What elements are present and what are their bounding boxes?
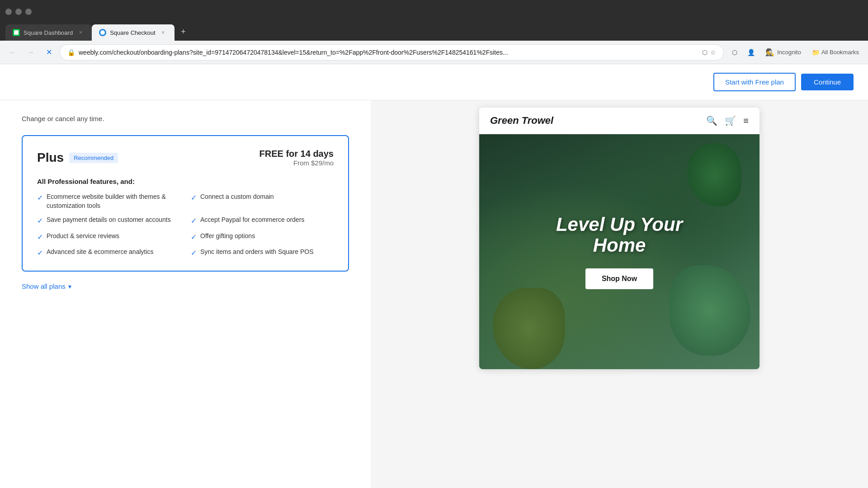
- start-free-plan-button[interactable]: Start with Free plan: [713, 73, 796, 91]
- hero-title-line1: Level Up Your: [556, 214, 683, 235]
- browser-chrome: Square Dashboard × Square Checkout × +: [0, 0, 868, 41]
- check-icon: ✓: [191, 248, 197, 258]
- features-grid: ✓Ecommerce website builder with themes &…: [37, 192, 334, 258]
- check-icon: ✓: [191, 216, 197, 226]
- tab-square-checkout[interactable]: Square Checkout ×: [92, 24, 174, 41]
- check-icon: ✓: [37, 248, 43, 258]
- plan-card-header: Plus Recommended FREE for 14 days From $…: [37, 149, 334, 167]
- plan-price-area: FREE for 14 days From $29/mo: [259, 149, 334, 167]
- navigation-bar: ← → ✕ 🔒 weebly.com/checkout/onboarding-p…: [0, 41, 868, 64]
- browser-actions: ⬡ 👤 🕵 Incognito 📁 All Bookmarks: [727, 45, 863, 60]
- svg-rect-0: [14, 30, 19, 35]
- bookmarks-label: All Bookmarks: [821, 49, 859, 56]
- feature-item: ✓Advanced site & ecommerce analytics: [37, 248, 180, 258]
- incognito-button[interactable]: 🕵 Incognito: [760, 46, 807, 58]
- hero-title: Level Up Your Home: [556, 214, 683, 256]
- feature-text: Save payment details on customer account…: [47, 216, 171, 225]
- page-content: Start with Free plan Continue Change or …: [0, 64, 868, 488]
- check-icon: ✓: [37, 232, 43, 242]
- incognito-icon: 🕵: [765, 48, 774, 56]
- search-icon[interactable]: 🔍: [706, 115, 717, 126]
- top-action-bar: Start with Free plan Continue: [0, 64, 868, 100]
- feature-text: Product & service reviews: [47, 232, 119, 241]
- tabs-bar: Square Dashboard × Square Checkout × +: [0, 20, 868, 41]
- url-text: weebly.com/checkout/onboarding-plans?sit…: [79, 49, 698, 56]
- profile-button[interactable]: 👤: [744, 45, 758, 60]
- square-favicon-icon: [13, 29, 20, 36]
- address-bar[interactable]: 🔒 weebly.com/checkout/onboarding-plans?s…: [60, 44, 724, 61]
- feature-text: Advanced site & ecommerce analytics: [47, 248, 154, 257]
- cast-icon[interactable]: ⬡: [702, 49, 708, 56]
- preview-brand-name: Green Trowel: [490, 115, 553, 127]
- show-all-plans-button[interactable]: Show all plans ▾: [22, 282, 349, 290]
- show-all-plans-label: Show all plans: [22, 282, 66, 290]
- tab-checkout-label: Square Checkout: [110, 29, 155, 36]
- svg-point-1: [100, 30, 105, 35]
- plan-card-plus: Plus Recommended FREE for 14 days From $…: [22, 135, 349, 272]
- feature-text: Sync items and orders with Square POS: [200, 248, 314, 257]
- hero-title-line2: Home: [593, 235, 646, 256]
- address-bar-actions: ⬡ ☆: [702, 49, 716, 56]
- bookmark-star-icon[interactable]: ☆: [710, 49, 716, 56]
- bookmarks-button[interactable]: 📁 All Bookmarks: [808, 47, 863, 58]
- feature-item: ✓Product & service reviews: [37, 232, 180, 242]
- free-trial-text: FREE for 14 days: [259, 149, 334, 159]
- weebly-favicon-icon: [99, 29, 106, 36]
- tab-dashboard-close[interactable]: ×: [76, 28, 85, 37]
- bookmarks-icon: 📁: [812, 49, 820, 56]
- window-controls: [5, 9, 32, 15]
- from-price-text: From $29/mo: [259, 159, 334, 167]
- tab-square-dashboard[interactable]: Square Dashboard ×: [5, 24, 92, 41]
- main-layout: Change or cancel any time. Plus Recommen…: [0, 100, 868, 488]
- tab-dashboard-label: Square Dashboard: [24, 29, 73, 36]
- left-panel: Change or cancel any time. Plus Recommen…: [0, 100, 371, 488]
- back-button[interactable]: ←: [5, 45, 20, 60]
- plan-features-subtitle: All Professional features, and:: [37, 178, 334, 185]
- forward-button[interactable]: →: [24, 45, 38, 60]
- browser-top-bar: [0, 0, 868, 20]
- incognito-label: Incognito: [777, 49, 801, 56]
- preview-nav-icons: 🔍 🛒 ≡: [706, 115, 749, 126]
- feature-item: ✓Ecommerce website builder with themes &…: [37, 192, 180, 210]
- check-icon: ✓: [191, 232, 197, 242]
- minimize-button[interactable]: [5, 9, 12, 15]
- reload-button[interactable]: ✕: [42, 45, 56, 60]
- shop-now-button[interactable]: Shop Now: [585, 268, 653, 289]
- feature-item: ✓Save payment details on customer accoun…: [37, 216, 180, 226]
- preview-card: Green Trowel 🔍 🛒 ≡ Level Up Your: [479, 108, 760, 369]
- right-panel-preview: Green Trowel 🔍 🛒 ≡ Level Up Your: [371, 100, 868, 488]
- menu-icon[interactable]: ≡: [743, 116, 749, 126]
- check-icon: ✓: [37, 193, 43, 203]
- plan-title: Plus: [37, 150, 64, 165]
- feature-text: Offer gifting options: [200, 232, 255, 241]
- lock-icon: 🔒: [67, 49, 75, 56]
- check-icon: ✓: [37, 216, 43, 226]
- preview-hero-section: Level Up Your Home Shop Now: [479, 134, 760, 369]
- hero-content: Level Up Your Home Shop Now: [556, 214, 683, 289]
- tab-checkout-close[interactable]: ×: [159, 28, 167, 37]
- preview-header: Green Trowel 🔍 🛒 ≡: [479, 108, 760, 134]
- feature-text: Ecommerce website builder with themes & …: [47, 192, 180, 210]
- feature-text: Connect a custom domain: [200, 192, 274, 202]
- chevron-down-icon: ▾: [68, 283, 71, 290]
- close-window-button[interactable]: [25, 9, 32, 15]
- feature-item: ✓Offer gifting options: [191, 232, 334, 242]
- maximize-button[interactable]: [15, 9, 22, 15]
- new-tab-button[interactable]: +: [176, 24, 191, 39]
- feature-item: ✓Sync items and orders with Square POS: [191, 248, 334, 258]
- continue-button[interactable]: Continue: [801, 74, 854, 90]
- feature-item: ✓Connect a custom domain: [191, 192, 334, 210]
- recommended-badge: Recommended: [69, 153, 118, 163]
- change-cancel-text: Change or cancel any time.: [22, 115, 349, 122]
- feature-text: Accept Paypal for ecommerce orders: [200, 216, 304, 225]
- cart-icon[interactable]: 🛒: [725, 115, 736, 126]
- plan-title-area: Plus Recommended: [37, 150, 118, 165]
- check-icon: ✓: [191, 193, 197, 203]
- feature-item: ✓Accept Paypal for ecommerce orders: [191, 216, 334, 226]
- extensions-button[interactable]: ⬡: [727, 45, 742, 60]
